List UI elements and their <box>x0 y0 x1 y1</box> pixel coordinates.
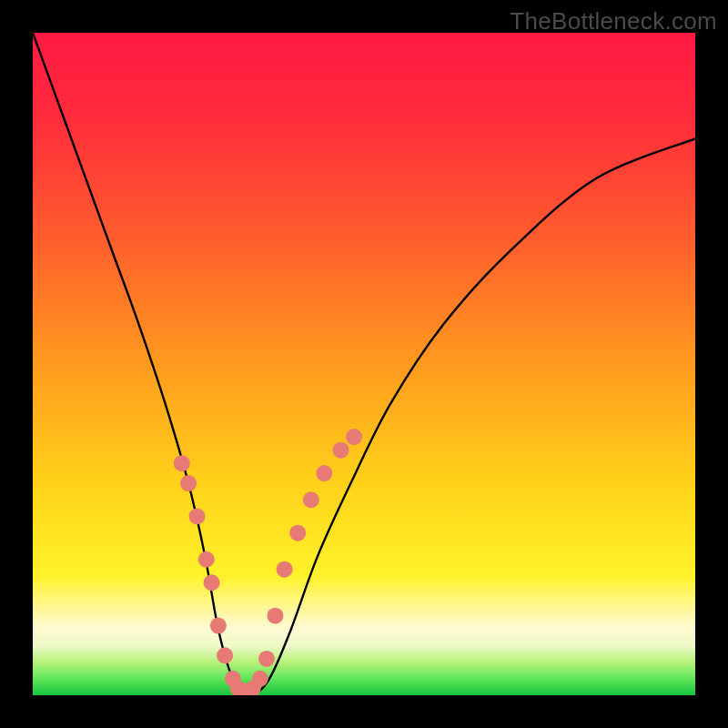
data-marker <box>204 574 220 591</box>
data-marker <box>189 508 206 524</box>
watermark-text: TheBottleneck.com <box>510 7 717 35</box>
data-marker <box>174 455 190 471</box>
data-marker <box>258 651 275 667</box>
data-marker <box>289 525 306 541</box>
data-marker <box>267 608 283 624</box>
chart-frame: TheBottleneck.com <box>0 0 728 728</box>
data-marker <box>210 618 227 634</box>
data-marker <box>217 647 233 663</box>
data-marker <box>198 551 215 568</box>
data-marker <box>333 442 349 459</box>
data-marker <box>316 465 332 481</box>
chart-plot-area <box>33 33 695 695</box>
gradient-background <box>33 33 695 695</box>
data-marker <box>277 561 293 578</box>
data-marker <box>303 491 319 508</box>
data-marker <box>180 475 197 491</box>
data-marker <box>346 429 362 445</box>
chart-svg <box>33 33 695 695</box>
data-marker <box>252 671 268 687</box>
